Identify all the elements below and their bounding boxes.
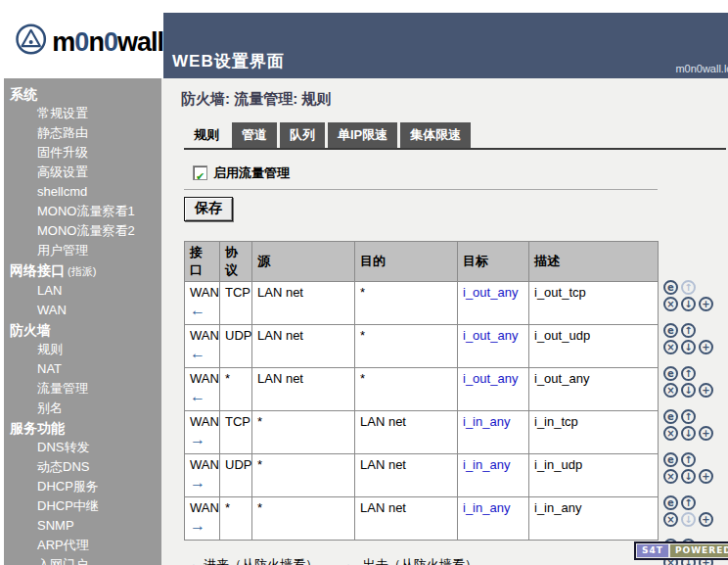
sidebar-item[interactable]: 常规设置 [4, 104, 161, 123]
interface-name: WAN [190, 285, 219, 300]
sidebar-item[interactable]: 规则 [4, 340, 161, 359]
sidebar-section-label: 服务功能 [10, 420, 65, 436]
sidebar-item[interactable]: shellcmd [4, 182, 161, 202]
edit-icon[interactable]: e [663, 495, 678, 510]
interface-cell: WAN→ [185, 411, 220, 454]
protocol-cell: TCP [220, 282, 252, 325]
edit-icon[interactable]: e [663, 323, 678, 338]
main-content: 防火墙: 流量管理: 规则 规则管道队列单IP限速集体限速 ✔ 启用流量管理 保… [161, 78, 728, 565]
move-up-icon[interactable]: ↑ [681, 495, 696, 510]
delete-icon[interactable]: × [663, 426, 678, 441]
move-down-icon[interactable]: ↓ [681, 383, 696, 398]
delete-icon[interactable]: × [663, 512, 678, 527]
powered-badge[interactable]: S4T POWERED [634, 541, 728, 560]
sidebar-item[interactable]: WAN [4, 301, 161, 320]
interface-name: WAN [190, 457, 219, 472]
row-actions: e↑×↓+ [663, 362, 722, 405]
sidebar-section-label: 系统 [10, 86, 37, 102]
target-cell: i_in_any [458, 454, 529, 497]
sidebar: 系统常规设置静态路由固件升级高级设置shellcmdMONO流量察看1MONO流… [4, 78, 161, 565]
destination-cell: LAN net [355, 497, 458, 541]
sidebar-item[interactable]: MONO流量察看1 [4, 202, 161, 221]
sidebar-item[interactable]: NAT [4, 359, 161, 379]
sidebar-item[interactable]: 入网门户 [4, 555, 161, 565]
tab[interactable]: 队列 [280, 122, 325, 148]
interface-name: WAN [190, 414, 219, 429]
move-up-icon[interactable]: ↑ [681, 409, 696, 424]
add-icon[interactable]: + [699, 297, 713, 311]
tab[interactable]: 单IP限速 [328, 122, 397, 148]
delete-icon[interactable]: × [663, 340, 678, 354]
target-link[interactable]: i_out_any [463, 328, 518, 343]
target-link[interactable]: i_in_any [463, 500, 510, 515]
sidebar-item[interactable]: 固件升级 [4, 143, 161, 163]
edit-icon[interactable]: e [663, 366, 678, 381]
column-header: 描述 [529, 242, 659, 282]
target-cell: i_in_any [458, 497, 529, 541]
table-row: WAN→UDP*LAN neti_in_anyi_in_udp [185, 454, 659, 497]
add-icon[interactable]: + [699, 512, 713, 527]
source-cell: * [252, 454, 355, 497]
logo[interactable]: m0n0wall [0, 0, 163, 78]
delete-icon[interactable]: × [663, 297, 678, 311]
destination-cell: * [355, 325, 458, 368]
move-down-icon[interactable]: ↓ [681, 469, 696, 484]
tab[interactable]: 集体限速 [400, 122, 471, 148]
sidebar-section-header: 网络接口 (指派) [4, 260, 161, 281]
add-icon[interactable]: + [699, 469, 713, 484]
sidebar-item[interactable]: MONO流量察看2 [4, 221, 161, 241]
tab[interactable]: 规则 [184, 122, 229, 148]
delete-icon[interactable]: × [663, 469, 678, 484]
out-arrow-icon: ← [190, 390, 214, 403]
interface-cell: WAN← [185, 282, 220, 325]
sidebar-item[interactable]: LAN [4, 281, 161, 301]
sidebar-section-header: 防火墙 [4, 320, 161, 340]
badge-left: S4T [637, 544, 668, 557]
enable-shaper-checkbox[interactable]: ✔ [193, 165, 207, 180]
move-down-icon[interactable]: ↓ [681, 297, 696, 311]
add-icon[interactable]: + [699, 340, 713, 354]
page-title: 防火墙: 流量管理: 规则 [181, 90, 331, 109]
target-cell: i_out_any [458, 282, 529, 325]
sidebar-item[interactable]: DNS转发 [4, 438, 161, 457]
move-down-icon[interactable]: ↓ [681, 340, 696, 354]
move-up-icon[interactable]: ↑ [681, 366, 696, 381]
sidebar-item[interactable]: 高级设置 [4, 163, 161, 182]
interface-cell: WAN→ [185, 454, 220, 497]
target-link[interactable]: i_in_any [463, 457, 510, 472]
edit-icon[interactable]: e [663, 452, 678, 467]
move-up-icon[interactable]: ↑ [681, 323, 696, 338]
target-link[interactable]: i_out_any [463, 285, 518, 300]
sidebar-item[interactable]: DHCP中继 [4, 496, 161, 516]
row-actions: e↑×↓+ [663, 492, 722, 535]
destination-cell: LAN net [355, 454, 458, 497]
sidebar-item[interactable]: SNMP [4, 516, 161, 536]
sidebar-item[interactable]: DHCP服务 [4, 477, 161, 496]
sidebar-item[interactable]: 别名 [4, 399, 161, 418]
hostname: m0n0wall.loc [675, 63, 728, 74]
sidebar-section-header: 系统 [4, 84, 161, 104]
move-up-icon[interactable]: ↑ [681, 452, 696, 467]
add-icon[interactable]: + [699, 426, 713, 441]
delete-icon[interactable]: × [663, 383, 678, 398]
sidebar-section-label: 网络接口 [10, 262, 65, 278]
table-row: WAN→**LAN neti_in_anyi_in_any [185, 497, 659, 541]
save-button[interactable]: 保存 [184, 197, 233, 221]
source-cell: * [252, 497, 355, 541]
sidebar-item[interactable]: ARP代理 [4, 536, 161, 555]
target-link[interactable]: i_in_any [463, 414, 510, 429]
out-arrow-icon: ← [190, 347, 214, 360]
sidebar-item[interactable]: 动态DNS [4, 457, 161, 477]
add-icon[interactable]: + [699, 383, 713, 398]
column-header: 协议 [220, 242, 252, 282]
destination-cell: LAN net [355, 411, 458, 454]
sidebar-section-header: 服务功能 [4, 418, 161, 438]
sidebar-item[interactable]: 用户管理 [4, 241, 161, 260]
move-down-icon[interactable]: ↓ [681, 426, 696, 441]
tab[interactable]: 管道 [232, 122, 277, 148]
edit-icon[interactable]: e [663, 409, 678, 424]
sidebar-item[interactable]: 流量管理 [4, 379, 161, 399]
sidebar-item[interactable]: 静态路由 [4, 123, 161, 143]
target-link[interactable]: i_out_any [463, 371, 518, 386]
edit-icon[interactable]: e [663, 280, 678, 295]
